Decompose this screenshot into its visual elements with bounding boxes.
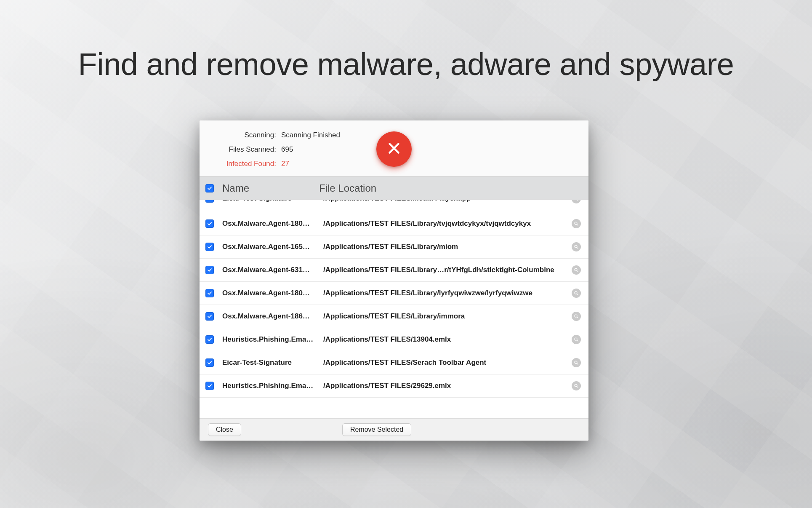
table-row[interactable]: Osx.Malware.Agent-186… /Applications/TES…	[200, 305, 588, 328]
infected-found-label: Infected Found:	[210, 157, 276, 171]
scanning-label: Scanning:	[210, 128, 276, 142]
svg-line-5	[577, 248, 578, 249]
svg-line-1	[577, 200, 578, 201]
column-header-location[interactable]: File Location	[319, 182, 581, 194]
reveal-in-finder-button[interactable]	[572, 358, 581, 367]
threat-name: Osx.Malware.Agent-180…	[222, 289, 323, 297]
table-row[interactable]: Eicar-Test-Signature /Applications/TEST …	[200, 351, 588, 374]
footer-bar: Close Remove Selected	[200, 418, 588, 441]
threat-name: Osx.Malware.Agent-180…	[222, 219, 323, 228]
column-header-name[interactable]: Name	[222, 182, 319, 194]
table-row[interactable]: Eicar-Test-Signature /Applications/TEST …	[200, 200, 588, 212]
reveal-in-finder-button[interactable]	[572, 200, 581, 203]
file-location: /Applications/TEST FILES/29629.emlx	[323, 382, 569, 390]
table-row[interactable]: Osx.Malware.Agent-180… /Applications/TES…	[200, 282, 588, 305]
table-header: Name File Location	[200, 176, 588, 200]
select-all-checkbox[interactable]	[205, 184, 214, 193]
threat-name: Osx.Malware.Agent-631…	[222, 266, 323, 274]
table-row[interactable]: Heuristics.Phishing.Ema… /Applications/T…	[200, 374, 588, 398]
row-checkbox[interactable]	[205, 335, 214, 344]
row-checkbox[interactable]	[205, 243, 214, 251]
reveal-in-finder-button[interactable]	[572, 381, 581, 390]
status-badge	[376, 131, 412, 167]
threat-name: Osx.Malware.Agent-165…	[222, 243, 323, 251]
table-row[interactable]: Osx.Malware.Agent-165… /Applications/TES…	[200, 235, 588, 259]
row-checkbox[interactable]	[205, 382, 214, 390]
table-row[interactable]: Heuristics.Phishing.Ema… /Applications/T…	[200, 328, 588, 351]
row-checkbox[interactable]	[205, 312, 214, 321]
threat-name: Heuristics.Phishing.Ema…	[222, 382, 323, 390]
files-scanned-label: Files Scanned:	[210, 142, 276, 157]
svg-line-7	[577, 271, 578, 272]
file-location: /Applications/TEST FILES/Library/immora	[323, 312, 569, 321]
row-checkbox[interactable]	[205, 289, 214, 297]
threat-name: Eicar-Test-Signature	[222, 200, 323, 203]
headline: Find and remove malware, adware and spyw…	[0, 46, 812, 82]
file-location: /Applications/TEST FILES/Library/lyrfyqw…	[323, 289, 569, 297]
svg-line-9	[577, 294, 578, 295]
threat-name: Heuristics.Phishing.Ema…	[222, 335, 323, 344]
reveal-in-finder-button[interactable]	[572, 219, 581, 228]
svg-line-13	[577, 340, 578, 342]
file-location: /Applications/TEST FILES/Library…r/tYHfg…	[323, 266, 569, 274]
file-location: /Applications/TEST FILES/Serach Toolbar …	[323, 358, 569, 367]
svg-line-11	[577, 317, 578, 318]
scan-results-window: Scanning: Scanning Finished Files Scanne…	[200, 120, 588, 441]
reveal-in-finder-button[interactable]	[572, 242, 581, 251]
close-button[interactable]: Close	[208, 423, 241, 436]
file-location: /Applications/TEST FILES/Library/miom	[323, 243, 569, 251]
close-icon	[386, 141, 402, 158]
reveal-in-finder-button[interactable]	[572, 265, 581, 275]
reveal-in-finder-button[interactable]	[572, 312, 581, 321]
file-location: /Applications/TEST FILES/Library/tvjqwtd…	[323, 219, 569, 228]
svg-line-15	[577, 364, 578, 365]
files-scanned-value: 695	[281, 142, 293, 157]
file-location: /Applications/TEST FILES/Media Player.ap…	[323, 200, 569, 203]
file-location: /Applications/TEST FILES/13904.emlx	[323, 335, 569, 344]
scanning-value: Scanning Finished	[281, 128, 340, 142]
results-list[interactable]: Eicar-Test-Signature /Applications/TEST …	[200, 200, 588, 431]
row-checkbox[interactable]	[205, 266, 214, 274]
summary-panel: Scanning: Scanning Finished Files Scanne…	[200, 120, 588, 176]
infected-found-value: 27	[281, 157, 289, 171]
row-checkbox[interactable]	[205, 219, 214, 228]
header-checkbox-cell	[205, 184, 222, 193]
svg-line-17	[577, 387, 578, 388]
svg-line-3	[577, 225, 578, 226]
table-row[interactable]: Osx.Malware.Agent-631… /Applications/TES…	[200, 259, 588, 282]
row-checkbox[interactable]	[205, 200, 214, 203]
threat-name: Eicar-Test-Signature	[222, 358, 323, 367]
reveal-in-finder-button[interactable]	[572, 289, 581, 298]
remove-selected-button[interactable]: Remove Selected	[342, 423, 411, 436]
row-checkbox[interactable]	[205, 358, 214, 367]
reveal-in-finder-button[interactable]	[572, 335, 581, 344]
table-row[interactable]: Osx.Malware.Agent-180… /Applications/TES…	[200, 212, 588, 235]
threat-name: Osx.Malware.Agent-186…	[222, 312, 323, 321]
